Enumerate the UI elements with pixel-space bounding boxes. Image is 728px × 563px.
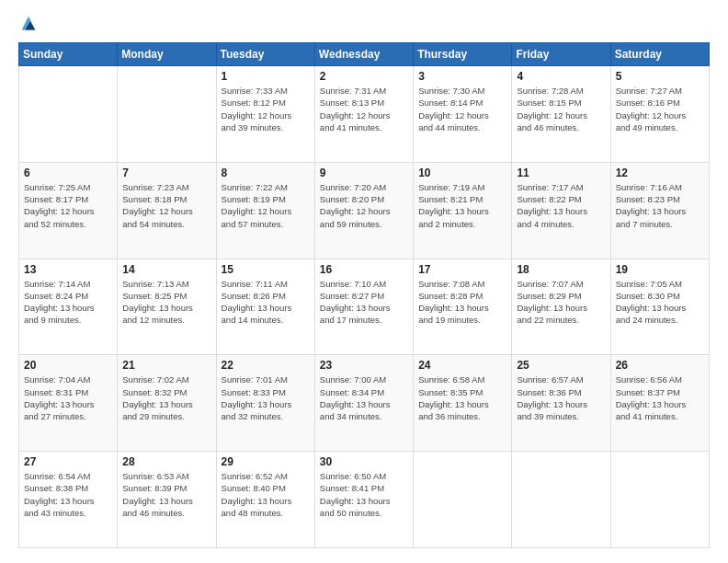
day-number: 13 (24, 263, 112, 276)
calendar-cell: 5Sunrise: 7:27 AM Sunset: 8:16 PM Daylig… (610, 66, 709, 163)
day-info: Sunrise: 7:02 AM Sunset: 8:32 PM Dayligh… (122, 373, 210, 422)
day-number: 19 (616, 263, 704, 276)
day-number: 28 (122, 455, 210, 468)
day-info: Sunrise: 7:07 AM Sunset: 8:29 PM Dayligh… (517, 278, 605, 327)
col-friday: Friday (512, 43, 610, 66)
day-number: 4 (517, 70, 605, 83)
calendar-cell: 24Sunrise: 6:58 AM Sunset: 8:35 PM Dayli… (414, 355, 512, 452)
day-info: Sunrise: 7:31 AM Sunset: 8:13 PM Dayligh… (320, 85, 408, 133)
calendar-cell: 23Sunrise: 7:00 AM Sunset: 8:34 PM Dayli… (314, 355, 413, 452)
day-info: Sunrise: 6:56 AM Sunset: 8:37 PM Dayligh… (616, 373, 704, 422)
day-number: 29 (222, 455, 310, 468)
calendar-cell: 2Sunrise: 7:31 AM Sunset: 8:13 PM Daylig… (314, 66, 413, 163)
calendar-cell: 9Sunrise: 7:20 AM Sunset: 8:20 PM Daylig… (314, 162, 413, 259)
day-info: Sunrise: 7:11 AM Sunset: 8:26 PM Dayligh… (222, 278, 310, 327)
day-info: Sunrise: 6:58 AM Sunset: 8:35 PM Dayligh… (418, 373, 506, 422)
day-number: 18 (517, 263, 605, 276)
day-number: 27 (24, 455, 112, 468)
day-info: Sunrise: 6:53 AM Sunset: 8:39 PM Dayligh… (122, 470, 210, 519)
calendar-cell: 25Sunrise: 6:57 AM Sunset: 8:36 PM Dayli… (512, 355, 610, 452)
col-tuesday: Tuesday (216, 43, 314, 66)
calendar-week-row: 6Sunrise: 7:25 AM Sunset: 8:17 PM Daylig… (19, 162, 710, 259)
calendar-cell: 1Sunrise: 7:33 AM Sunset: 8:12 PM Daylig… (216, 66, 314, 163)
day-info: Sunrise: 6:57 AM Sunset: 8:36 PM Dayligh… (517, 373, 605, 422)
day-info: Sunrise: 6:50 AM Sunset: 8:41 PM Dayligh… (320, 470, 408, 519)
calendar-cell: 28Sunrise: 6:53 AM Sunset: 8:39 PM Dayli… (118, 452, 216, 548)
day-number: 14 (122, 263, 210, 276)
calendar-cell: 20Sunrise: 7:04 AM Sunset: 8:31 PM Dayli… (19, 355, 118, 452)
day-info: Sunrise: 7:00 AM Sunset: 8:34 PM Dayligh… (320, 373, 408, 422)
day-info: Sunrise: 7:08 AM Sunset: 8:28 PM Dayligh… (418, 278, 506, 327)
day-number: 30 (320, 455, 408, 468)
calendar-cell: 26Sunrise: 6:56 AM Sunset: 8:37 PM Dayli… (610, 355, 709, 452)
day-number: 5 (616, 70, 704, 83)
day-info: Sunrise: 7:23 AM Sunset: 8:18 PM Dayligh… (122, 181, 210, 230)
calendar-cell: 8Sunrise: 7:22 AM Sunset: 8:19 PM Daylig… (216, 162, 314, 259)
day-info: Sunrise: 7:01 AM Sunset: 8:33 PM Dayligh… (222, 373, 310, 422)
calendar-cell: 15Sunrise: 7:11 AM Sunset: 8:26 PM Dayli… (216, 259, 314, 355)
day-info: Sunrise: 7:17 AM Sunset: 8:22 PM Dayligh… (517, 181, 605, 230)
day-number: 2 (320, 70, 408, 83)
day-info: Sunrise: 7:20 AM Sunset: 8:20 PM Dayligh… (320, 181, 408, 230)
calendar-cell: 11Sunrise: 7:17 AM Sunset: 8:22 PM Dayli… (512, 162, 610, 259)
col-saturday: Saturday (610, 43, 709, 66)
day-info: Sunrise: 6:54 AM Sunset: 8:38 PM Dayligh… (24, 470, 112, 519)
day-number: 3 (418, 70, 506, 83)
calendar-cell: 13Sunrise: 7:14 AM Sunset: 8:24 PM Dayli… (19, 259, 118, 355)
col-thursday: Thursday (414, 43, 512, 66)
calendar-cell: 17Sunrise: 7:08 AM Sunset: 8:28 PM Dayli… (414, 259, 512, 355)
day-number: 24 (418, 359, 506, 372)
calendar-cell: 16Sunrise: 7:10 AM Sunset: 8:27 PM Dayli… (314, 259, 413, 355)
calendar-cell: 21Sunrise: 7:02 AM Sunset: 8:32 PM Dayli… (118, 355, 216, 452)
calendar-cell: 19Sunrise: 7:05 AM Sunset: 8:30 PM Dayli… (610, 259, 709, 355)
calendar-week-row: 13Sunrise: 7:14 AM Sunset: 8:24 PM Dayli… (19, 259, 710, 355)
calendar-cell (512, 452, 610, 548)
calendar-cell (19, 66, 118, 163)
day-info: Sunrise: 7:05 AM Sunset: 8:30 PM Dayligh… (616, 278, 704, 327)
day-number: 10 (418, 167, 506, 179)
calendar-header-row: Sunday Monday Tuesday Wednesday Thursday… (19, 43, 710, 66)
day-info: Sunrise: 7:16 AM Sunset: 8:23 PM Dayligh… (616, 181, 704, 230)
logo (18, 15, 42, 35)
calendar-cell: 7Sunrise: 7:23 AM Sunset: 8:18 PM Daylig… (118, 162, 216, 259)
day-info: Sunrise: 7:28 AM Sunset: 8:15 PM Dayligh… (517, 85, 605, 133)
calendar-table: Sunday Monday Tuesday Wednesday Thursday… (18, 42, 710, 548)
calendar-cell: 10Sunrise: 7:19 AM Sunset: 8:21 PM Dayli… (414, 162, 512, 259)
col-wednesday: Wednesday (314, 43, 413, 66)
day-number: 9 (320, 167, 408, 179)
day-number: 8 (222, 167, 310, 179)
day-number: 1 (222, 70, 310, 83)
day-info: Sunrise: 7:04 AM Sunset: 8:31 PM Dayligh… (24, 373, 112, 422)
calendar-cell: 22Sunrise: 7:01 AM Sunset: 8:33 PM Dayli… (216, 355, 314, 452)
header (18, 15, 710, 35)
calendar-week-row: 27Sunrise: 6:54 AM Sunset: 8:38 PM Dayli… (19, 452, 710, 548)
calendar-cell: 30Sunrise: 6:50 AM Sunset: 8:41 PM Dayli… (314, 452, 413, 548)
day-number: 17 (418, 263, 506, 276)
calendar-cell: 3Sunrise: 7:30 AM Sunset: 8:14 PM Daylig… (414, 66, 512, 163)
day-number: 22 (222, 359, 310, 372)
calendar-cell: 29Sunrise: 6:52 AM Sunset: 8:40 PM Dayli… (216, 452, 314, 548)
calendar-cell (610, 452, 709, 548)
calendar-week-row: 1Sunrise: 7:33 AM Sunset: 8:12 PM Daylig… (19, 66, 710, 163)
calendar-cell: 4Sunrise: 7:28 AM Sunset: 8:15 PM Daylig… (512, 66, 610, 163)
calendar-cell: 12Sunrise: 7:16 AM Sunset: 8:23 PM Dayli… (610, 162, 709, 259)
calendar-cell: 27Sunrise: 6:54 AM Sunset: 8:38 PM Dayli… (19, 452, 118, 548)
col-sunday: Sunday (19, 43, 118, 66)
day-number: 15 (222, 263, 310, 276)
calendar-cell: 14Sunrise: 7:13 AM Sunset: 8:25 PM Dayli… (118, 259, 216, 355)
calendar-cell (118, 66, 216, 163)
day-number: 7 (122, 167, 210, 179)
day-number: 25 (517, 359, 605, 372)
day-number: 16 (320, 263, 408, 276)
day-info: Sunrise: 7:25 AM Sunset: 8:17 PM Dayligh… (24, 181, 112, 230)
day-number: 6 (24, 167, 112, 179)
day-info: Sunrise: 7:22 AM Sunset: 8:19 PM Dayligh… (222, 181, 310, 230)
page: Sunday Monday Tuesday Wednesday Thursday… (0, 0, 728, 563)
calendar-cell (414, 452, 512, 548)
day-info: Sunrise: 7:27 AM Sunset: 8:16 PM Dayligh… (616, 85, 704, 133)
day-number: 11 (517, 167, 605, 179)
day-number: 21 (122, 359, 210, 372)
day-number: 23 (320, 359, 408, 372)
logo-icon (18, 15, 39, 35)
col-monday: Monday (118, 43, 216, 66)
